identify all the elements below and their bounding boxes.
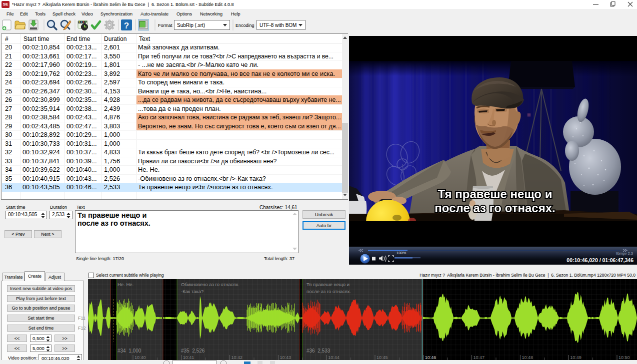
svg-text:Не. Не.: Не. Не.: [118, 282, 134, 287]
svg-text:10:47: 10:47: [474, 355, 485, 360]
svg-text:10:40: 10:40: [134, 355, 146, 360]
svg-text:Тя правеше нещо и: Тя правеше нещо и: [306, 282, 350, 287]
svg-text:-Как така?: -Как така?: [181, 289, 204, 294]
svg-text:10:41: 10:41: [183, 355, 194, 360]
svg-text:10:48: 10:48: [522, 355, 533, 360]
svg-text:libmpv 2.3: libmpv 2.3: [616, 251, 633, 256]
svg-text:10:42: 10:42: [232, 355, 243, 360]
svg-text:10:45: 10:45: [376, 355, 388, 360]
svg-text:#34 1,000: #34 1,000: [118, 348, 142, 354]
svg-text:10:46: 10:46: [425, 355, 436, 360]
svg-text:?: ?: [124, 21, 129, 30]
svg-text:Тя правеше нещо и: Тя правеше нещо и: [438, 187, 552, 201]
svg-text:после аз го отнасях.: после аз го отнасях.: [306, 289, 351, 294]
svg-text:10:43: 10:43: [280, 355, 291, 360]
svg-text:#35 2,526: #35 2,526: [181, 348, 205, 354]
svg-text:10:50: 10:50: [618, 355, 630, 360]
svg-text:Обикновено аз го отнасях.: Обикновено аз го отнасях.: [181, 282, 240, 287]
svg-text:#36 2,533: #36 2,533: [306, 348, 330, 354]
svg-text:100%: 100%: [396, 251, 406, 255]
svg-text:после аз го отнасях.: после аз го отнасях.: [434, 201, 555, 215]
svg-text:00:10:46,020 / 01:06:47,346: 00:10:46,020 / 01:06:47,346: [566, 257, 634, 263]
svg-text:10:49: 10:49: [570, 355, 582, 360]
svg-text:10:44: 10:44: [328, 355, 340, 360]
